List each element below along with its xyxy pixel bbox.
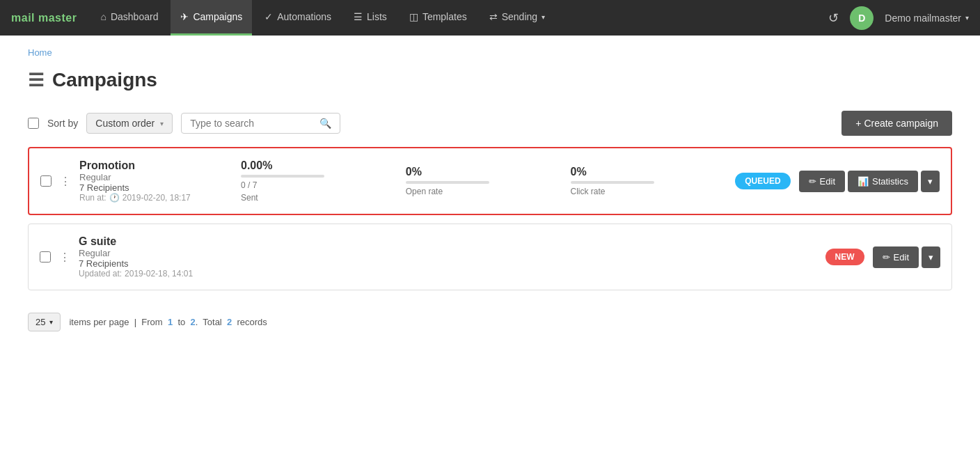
edit-icon: ✏ [809, 176, 816, 187]
search-input[interactable] [190, 118, 315, 129]
campaign-name: Promotion [79, 159, 232, 172]
edit-icon-gsuite: ✏ [883, 252, 890, 263]
campaign-recipients: 7 Recipients [79, 258, 232, 269]
sending-icon: ⇄ [489, 11, 498, 22]
page-header: ☰ Campaigns [0, 63, 980, 105]
automation-icon: ✓ [264, 11, 273, 22]
edit-button-promotion[interactable]: ✏ Edit [799, 171, 845, 192]
create-campaign-button[interactable]: + Create campaign [841, 111, 952, 136]
campaign-recipients: 7 Recipients [79, 182, 232, 193]
campaign-type: Regular [79, 248, 232, 258]
main-content: Home ☰ Campaigns Sort by Custom order ▾ … [0, 36, 980, 470]
campaign-name: G suite [79, 235, 232, 248]
per-page-chevron-icon: ▾ [49, 318, 53, 326]
row-actions-promotion: ✏ Edit 📊 Statistics ▾ [799, 171, 940, 192]
stat-open-rate-pct: 0.00% 0 / 7 Sent [241, 159, 397, 203]
search-box: 🔍 [181, 113, 340, 134]
nav-item-automations[interactable]: ✓ Automations [255, 0, 341, 36]
brand-logo: mail master [11, 12, 77, 24]
page-title: ☰ Campaigns [28, 69, 157, 91]
history-icon[interactable]: ↺ [828, 10, 839, 26]
campaign-info-promotion: Promotion Regular 7 Recipients Run at: 🕐… [79, 159, 232, 203]
status-badge-gsuite: NEW [825, 249, 864, 265]
campaign-updated-at: Updated at: 2019-02-18, 14:01 [79, 269, 232, 279]
campaign-run-at: Run at: 🕐 2019-02-20, 18:17 [79, 193, 232, 203]
pagination-bar: 25 ▾ items per page | From 1 to 2. Total… [0, 299, 980, 345]
campaign-type: Regular [79, 172, 232, 182]
nav-item-templates[interactable]: ◫ Templates [400, 0, 477, 36]
sort-label: Sort by [47, 118, 78, 129]
list-nav-icon: ☰ [354, 11, 363, 22]
select-all-checkbox[interactable] [28, 118, 39, 129]
stats-icon: 📊 [858, 176, 869, 187]
per-page-select[interactable]: 25 ▾ [28, 313, 61, 331]
sort-dropdown[interactable]: Custom order ▾ [86, 113, 173, 134]
avatar: D [850, 6, 874, 30]
nav-right: ↺ D Demo mailmaster ▾ [828, 6, 969, 30]
campaigns-list: ⋮ Promotion Regular 7 Recipients Run at:… [0, 147, 980, 290]
clock-icon: 🕐 [109, 193, 120, 203]
nav-item-sending[interactable]: ⇄ Sending ▾ [480, 0, 555, 36]
row-menu-icon-gsuite[interactable]: ⋮ [59, 251, 70, 264]
pagination-total: 2 [227, 317, 232, 327]
row-more-dropdown-gsuite[interactable]: ▾ [922, 246, 940, 268]
row-more-dropdown-promotion[interactable]: ▾ [921, 171, 940, 192]
table-row: ⋮ G suite Regular 7 Recipients Updated a… [28, 224, 952, 290]
nav-item-campaigns[interactable]: ✈ Campaigns [171, 0, 252, 36]
page-title-icon: ☰ [28, 70, 44, 91]
pagination-to: 2 [190, 317, 195, 327]
navbar: mail master ⌂ Dashboard ✈ Campaigns ✓ Au… [0, 0, 980, 36]
user-dropdown-icon: ▾ [965, 14, 969, 22]
pagination-text: items per page | From 1 to 2. Total 2 re… [69, 317, 267, 327]
status-badge-promotion: QUEUED [735, 173, 790, 189]
sort-chevron-icon: ▾ [160, 120, 164, 127]
edit-button-gsuite[interactable]: ✏ Edit [873, 246, 919, 268]
row-checkbox-promotion[interactable] [40, 175, 52, 187]
sending-dropdown-icon: ▾ [542, 13, 545, 21]
nav-item-lists[interactable]: ☰ Lists [344, 0, 397, 36]
stat-click-rate: 0% Click rate [571, 166, 727, 196]
row-actions-gsuite: ✏ Edit ▾ [873, 246, 940, 268]
stat-open-rate: 0% Open rate [406, 166, 562, 196]
campaign-icon: ✈ [180, 11, 189, 22]
row-checkbox-gsuite[interactable] [40, 251, 51, 263]
template-icon: ◫ [409, 11, 418, 22]
campaign-info-gsuite: G suite Regular 7 Recipients Updated at:… [79, 235, 232, 279]
row-menu-icon-promotion[interactable]: ⋮ [60, 175, 71, 188]
toolbar: Sort by Custom order ▾ 🔍 + Create campai… [0, 105, 980, 147]
stat-bar-open-pct [241, 175, 324, 178]
search-icon: 🔍 [319, 118, 331, 129]
pagination-from: 1 [168, 317, 173, 327]
user-menu[interactable]: Demo mailmaster ▾ [885, 13, 969, 24]
brand-name: mail master [11, 12, 77, 24]
nav-item-dashboard[interactable]: ⌂ Dashboard [90, 0, 168, 36]
breadcrumb: Home [0, 36, 980, 63]
statistics-button-promotion[interactable]: 📊 Statistics [848, 171, 918, 192]
stat-bar-open [406, 181, 489, 184]
breadcrumb-home[interactable]: Home [28, 47, 52, 58]
home-icon: ⌂ [100, 11, 106, 22]
table-row: ⋮ Promotion Regular 7 Recipients Run at:… [28, 147, 952, 215]
stat-bar-click [571, 181, 654, 184]
